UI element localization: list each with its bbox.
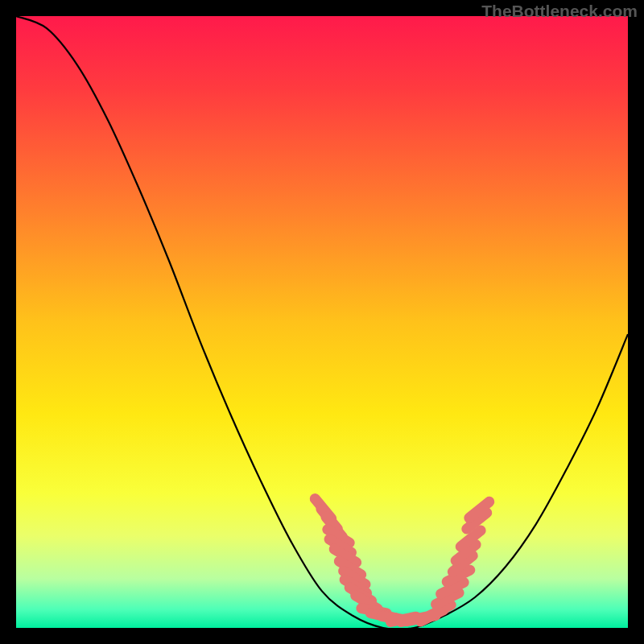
watermark-label: TheBottleneck.com xyxy=(481,2,638,21)
chart-frame: TheBottleneck.com xyxy=(0,0,644,644)
optimal-markers xyxy=(315,499,489,622)
bottleneck-curve xyxy=(16,16,628,630)
curve-layer xyxy=(16,16,628,628)
plot-area xyxy=(16,16,628,628)
